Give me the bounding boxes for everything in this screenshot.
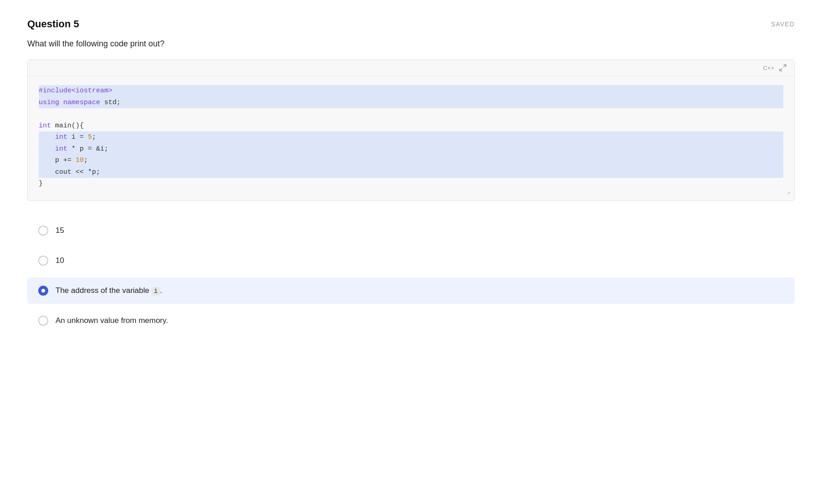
radio-unknown[interactable] [38, 316, 48, 326]
option-15[interactable]: 15 [27, 217, 795, 244]
code-int-main: int [39, 122, 51, 130]
question-title: Question 5 [27, 18, 79, 30]
svg-line-1 [780, 69, 782, 71]
option-10-label: 10 [56, 256, 64, 265]
option-address[interactable]: The address of the variable i. [27, 277, 795, 304]
code-std: std; [100, 99, 121, 106]
resize-handle[interactable]: ↗ [787, 188, 791, 199]
option-address-label: The address of the variable i. [56, 286, 162, 295]
radio-15[interactable] [38, 226, 48, 236]
radio-10[interactable] [38, 256, 48, 266]
option-15-label: 15 [56, 226, 64, 235]
code-include: #include<iostream> [39, 87, 112, 95]
option-10[interactable]: 10 [27, 247, 795, 274]
svg-line-0 [784, 65, 786, 67]
code-main-open: main(){ [51, 122, 84, 130]
option-unknown[interactable]: An unknown value from memory. [27, 307, 795, 334]
options-list: 15 10 The address of the variable i. An … [27, 217, 795, 338]
code-language-label: C++ [763, 65, 774, 71]
question-text: What will the following code print out? [27, 39, 795, 49]
code-container: C++ #include<iostream> using namespace s… [27, 60, 795, 201]
radio-address[interactable] [38, 286, 48, 296]
option-unknown-label: An unknown value from memory. [56, 316, 168, 325]
saved-status: SAVED [771, 20, 795, 28]
expand-icon[interactable] [779, 64, 787, 72]
code-using: using namespace [39, 99, 100, 106]
